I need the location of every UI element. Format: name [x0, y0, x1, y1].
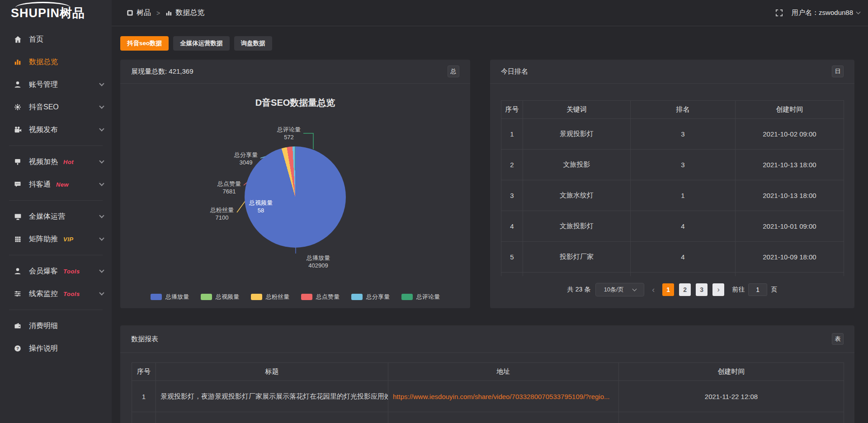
sidebar-item-home[interactable]: 首页 [0, 28, 112, 51]
chevron-down-icon [99, 268, 104, 273]
user-menu[interactable]: 用户名：zswodun88 [792, 9, 860, 17]
pagination-total: 共 23 条 [567, 286, 590, 294]
sidebar-item-video-heat[interactable]: 视频加热 Hot [0, 150, 112, 173]
tab-media-operation-data[interactable]: 全媒体运营数据 [173, 36, 230, 51]
sidebar-item-account[interactable]: 账号管理 [0, 73, 112, 96]
user-icon [13, 267, 23, 275]
wallet-icon [13, 322, 23, 330]
sidebar-item-media-operation[interactable]: 全媒体运营 [0, 205, 112, 228]
panel-title: 数据报表 [131, 335, 158, 343]
next-page-button[interactable]: › [712, 283, 724, 296]
sidebar: SHUPIN树品 首页 数据总览 账号管理 抖音SEO [0, 0, 112, 423]
sidebar-item-help[interactable]: ? 操作说明 [0, 337, 112, 360]
chevron-down-icon [856, 10, 861, 14]
sidebar-item-label: 视频发布 [29, 125, 58, 135]
topbar: 树品 > 数据总览 用户名：zswodun88 [112, 0, 868, 26]
fullscreen-icon[interactable] [775, 9, 783, 17]
page-button-3[interactable]: 3 [696, 283, 708, 296]
dashboard-icon [127, 9, 133, 16]
table-row: 5投影灯厂家42021-10-09 18:00 [501, 242, 844, 273]
sidebar-item-label: 会员爆客 [29, 267, 58, 276]
table-header-row: 序号 关键词 排名 创建时间 [501, 101, 844, 119]
legend-swatch [401, 294, 413, 300]
sidebar-item-label: 数据总览 [29, 57, 58, 67]
data-tabs: 抖音seo数据 全媒体运营数据 询盘数据 [120, 36, 272, 51]
panel-header: 今日排名 日 [490, 60, 854, 84]
sidebar-item-label: 消费明细 [29, 321, 58, 331]
goto-page-input[interactable] [748, 283, 767, 296]
tab-inquiry-data[interactable]: 询盘数据 [234, 36, 272, 51]
legend-item-shares[interactable]: 总分享量 [351, 293, 390, 301]
video-url-link[interactable]: https://www.iesdouyin.com/share/video/70… [388, 381, 619, 412]
user-icon [13, 80, 23, 89]
legend-swatch [151, 294, 162, 300]
table-toggle-button[interactable]: 表 [832, 333, 844, 345]
sidebar-item-matrix-boost[interactable]: 矩阵助推 VIP [0, 228, 112, 250]
chevron-down-icon [99, 290, 104, 295]
day-toggle-button[interactable]: 日 [832, 66, 844, 77]
rank-table: 序号 关键词 排名 创建时间 1景观投影灯32021-10-02 09:00 2… [501, 100, 844, 276]
video-camera-icon [13, 126, 23, 134]
breadcrumb-app[interactable]: 树品 [127, 8, 151, 18]
sidebar-item-douyin-seo[interactable]: 抖音SEO [0, 96, 112, 118]
col-created: 创建时间 [619, 363, 844, 381]
logo-arc-decoration [15, 2, 71, 8]
sidebar-item-video-publish[interactable]: 视频发布 [0, 118, 112, 141]
page-button-1[interactable]: 1 [662, 283, 674, 296]
panel-title: 今日排名 [501, 67, 528, 76]
bar-chart-icon [13, 58, 23, 66]
sidebar-item-label: 视频加热 [29, 157, 58, 167]
sidebar-item-label: 操作说明 [29, 344, 58, 353]
legend-item-fans[interactable]: 总粉丝量 [251, 293, 289, 301]
sidebar-item-label: 账号管理 [29, 80, 58, 89]
goto-unit: 页 [771, 286, 777, 294]
sidebar-divider [9, 200, 103, 201]
breadcrumb-page[interactable]: 数据总览 [165, 8, 204, 18]
table-row: 3文旅水纹灯12021-10-13 18:00 [501, 180, 844, 211]
legend-item-plays[interactable]: 总播放量 [151, 293, 189, 301]
col-index: 序号 [132, 363, 156, 381]
pie-label-likes: 总点赞量7681 [210, 180, 249, 195]
chevron-down-icon [99, 213, 104, 218]
video-title-cell: 景观投影灯，夜游景观投影灯厂家展示展示落花灯在花园里的灯光投影应用效果 # [156, 381, 388, 412]
pie-label-comments: 总评论量572 [269, 126, 308, 141]
page-size-select[interactable]: 10条/页 [595, 283, 644, 296]
sidebar-item-label: 抖音SEO [29, 103, 59, 112]
col-title: 标题 [156, 363, 388, 381]
tab-douyin-seo-data[interactable]: 抖音seo数据 [120, 36, 169, 51]
chevron-down-icon [99, 158, 104, 163]
chevron-down-icon [99, 103, 104, 108]
goto-label: 前往 [732, 286, 745, 294]
sidebar-item-doukentong[interactable]: 抖客通 New [0, 173, 112, 196]
sidebar-item-label: 线索监控 [29, 289, 58, 299]
panel-header: 数据报表 表 [120, 325, 854, 353]
sliders-icon [13, 290, 23, 298]
col-index: 序号 [501, 101, 523, 119]
legend-item-likes[interactable]: 总点赞量 [301, 293, 340, 301]
page-button-2[interactable]: 2 [679, 283, 691, 296]
sidebar-item-label: 矩阵助推 [29, 235, 58, 244]
chart-legend: 总播放量 总视频量 总粉丝量 总点赞量 总分享量 总评论量 [120, 293, 470, 301]
legend-item-comments[interactable]: 总评论量 [401, 293, 440, 301]
breadcrumb: 树品 > 数据总览 [127, 8, 204, 18]
chevron-down-icon [99, 81, 104, 86]
sidebar-item-consumption-detail[interactable]: 消费明细 [0, 315, 112, 337]
prev-page-button[interactable]: ‹ [649, 286, 657, 294]
sidebar-item-member-baoke[interactable]: 会员爆客 Tools [0, 260, 112, 282]
monitor-icon [13, 212, 23, 221]
tools-badge: Tools [63, 268, 80, 275]
sidebar-item-data-overview[interactable]: 数据总览 [0, 51, 112, 73]
sidebar-item-clue-monitor[interactable]: 线索监控 Tools [0, 282, 112, 305]
impressions-panel: 展现量总数: 421,369 总 D音SEO数据量总览 总评论量572 总分享量… [120, 60, 470, 308]
legend-swatch [301, 294, 312, 300]
report-table: 序号 标题 地址 创建时间 1 景观投影灯，夜游景观投影灯厂家展示展示落花灯在花… [132, 362, 844, 423]
goto-page: 前往 页 [732, 283, 777, 296]
sidebar-menu: 首页 数据总览 账号管理 抖音SEO 视频发布 [0, 26, 112, 360]
sidebar-divider [9, 310, 103, 310]
app-logo: SHUPIN树品 [0, 0, 112, 26]
breadcrumb-label: 数据总览 [175, 8, 204, 18]
table-row: 2文旅投影32021-10-13 18:00 [501, 150, 844, 180]
topbar-right: 用户名：zswodun88 [775, 9, 860, 17]
home-icon [13, 35, 23, 44]
legend-item-videos[interactable]: 总视频量 [201, 293, 239, 301]
